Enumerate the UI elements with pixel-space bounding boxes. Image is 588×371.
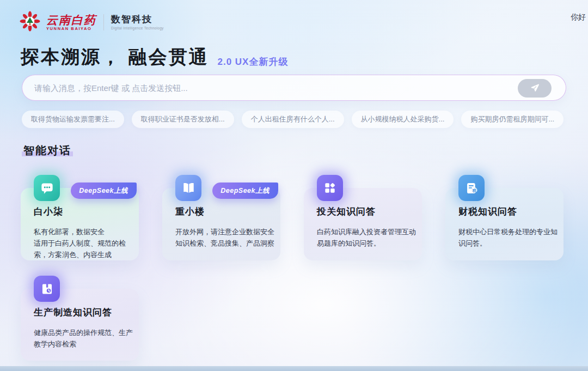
logo-divider — [103, 14, 104, 31]
assistant-card-investor-relations-qa[interactable]: 投关知识问答 白药知识库融入投资者管理互动 易题库的知识问答。 — [304, 188, 422, 260]
deepseek-badge: DeepSeek上线 — [212, 183, 278, 199]
card-description: 健康品类产品的操作规范、生产 教学内容检索 — [34, 327, 133, 350]
card-description: 开放外网，请注意企业数据安全 知识检索、竞品搜集、产品洞察 — [175, 226, 275, 249]
card-description: 私有化部署，数据安全 适用于白药人制度、规范的检 索，方案润色、内容生成 — [34, 226, 133, 260]
assistant-card-zhongxiaolou[interactable]: DeepSeek上线 重小楼 开放外网，请注意企业数据安全 知识检索、竞品搜集、… — [162, 188, 280, 260]
message-input[interactable] — [22, 75, 566, 100]
bottom-edge-strip — [0, 366, 588, 371]
division-name-cn: 数智科技 — [111, 15, 164, 25]
grid-diamond-icon — [317, 175, 343, 201]
open-book-icon — [175, 175, 201, 201]
app-window: 云南白药 YUNNAN BAIYAO 数智科技 Digital Intellig… — [0, 0, 588, 371]
deepseek-badge: DeepSeek上线 — [71, 183, 137, 199]
suggestion-chip[interactable]: 购买期房仍需租房期间可... — [461, 111, 564, 128]
suggestion-chip[interactable]: 个人出租住房有什么个人... — [242, 111, 344, 128]
send-button[interactable] — [518, 79, 552, 98]
brand-name-en: YUNNAN BAIYAO — [46, 27, 96, 31]
assistant-card-manufacturing-qa[interactable]: 生产制造知识问答 健康品类产品的操作规范、生产 教学内容检索 — [21, 289, 139, 361]
card-description: 财税中心日常税务处理的专业知 识问答。 — [458, 226, 558, 249]
page-title: 探本溯源， 融会贯通 — [21, 45, 209, 70]
card-title: 重小楼 — [175, 205, 275, 218]
svg-text:税: 税 — [471, 188, 476, 192]
card-title: 财税知识问答 — [458, 205, 558, 218]
division-name-en: Digital Intelligence Technology — [111, 26, 164, 30]
suggestion-chip[interactable]: 取得货物运输发票需要注... — [22, 111, 124, 128]
card-title: 生产制造知识问答 — [34, 306, 133, 319]
message-input-bar — [22, 75, 566, 101]
card-title: 白小柒 — [34, 205, 133, 218]
user-greeting: 你好， — [571, 13, 588, 22]
tax-document-icon: 税 — [458, 175, 485, 201]
card-description: 白药知识库融入投资者管理互动 易题库的知识问答。 — [317, 226, 416, 249]
suggestion-chips: 取得货物运输发票需要注... 取得职业证书是否发放相... 个人出租住房有什么个… — [22, 111, 564, 128]
version-upgrade-label: 2.0 UX全新升级 — [217, 56, 288, 70]
save-clock-icon — [34, 276, 60, 302]
assistant-card-finance-tax-qa[interactable]: 税 财税知识问答 财税中心日常税务处理的专业知 识问答。 — [445, 188, 564, 260]
chat-bubble-icon — [34, 175, 60, 201]
assistant-card-baixiaoqi[interactable]: DeepSeek上线 白小柒 私有化部署，数据安全 适用于白药人制度、规范的检 … — [21, 188, 139, 260]
suggestion-chip[interactable]: 从小规模纳税人处采购货... — [352, 111, 454, 128]
brand-name-cn: 云南白药 — [46, 14, 96, 26]
card-title: 投关知识问答 — [317, 205, 416, 218]
brand-emblem-icon — [19, 10, 41, 35]
paper-plane-icon — [529, 82, 540, 95]
section-title-smart-chat: 智能对话 — [22, 143, 73, 158]
suggestion-chip[interactable]: 取得职业证书是否发放相... — [132, 111, 234, 128]
brand-logo: 云南白药 YUNNAN BAIYAO 数智科技 Digital Intellig… — [19, 10, 164, 35]
